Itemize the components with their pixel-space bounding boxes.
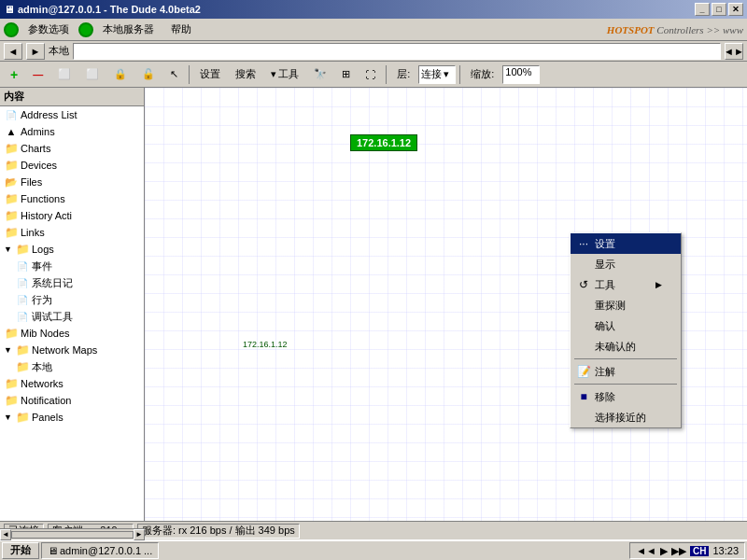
sidebar-item-links[interactable]: 📁 Links xyxy=(0,224,144,241)
add-button[interactable]: + xyxy=(4,64,24,85)
sidebar-item-shijian[interactable]: 📄 事件 xyxy=(11,258,144,274)
ctx-chongtance[interactable]: 重探测 xyxy=(571,295,681,315)
address-input[interactable] xyxy=(73,43,721,60)
sidebar-label-shijian: 事件 xyxy=(32,259,52,273)
ctx-yichu[interactable]: ■ 移除 xyxy=(571,386,681,407)
toolbar-sep3 xyxy=(459,65,460,84)
ch-badge: CH xyxy=(690,546,709,556)
sidebar-item-mib-nodes[interactable]: 📁 Mib Nodes xyxy=(0,325,144,342)
binoculars-button[interactable]: 🔭 xyxy=(307,64,333,85)
sidebar-item-notification[interactable]: 📁 Notification xyxy=(0,392,144,409)
unlock-button[interactable]: 🔓 xyxy=(135,64,162,85)
sidebar-label-links: Links xyxy=(21,227,45,238)
go-button[interactable]: ◄► xyxy=(725,43,743,60)
ctx-gongju[interactable]: ↺ 工具 xyxy=(571,274,681,295)
settings-button[interactable]: 设置 xyxy=(193,64,227,85)
sidebar-label-tiaoshi: 调试工具 xyxy=(32,310,73,324)
sidebar-item-network-maps[interactable]: ▼ 📁 Network Maps xyxy=(0,342,144,358)
zoom-input[interactable]: 100% xyxy=(502,65,540,84)
title-bar-title: admin@127.0.0.1 - The Dude 4.0beta2 xyxy=(18,4,201,15)
maximize-button[interactable]: □ xyxy=(712,3,726,16)
sidebar: 内容 📄 Address List ▲ Admins 📁 Charts 📁 De… xyxy=(0,88,145,521)
fullscreen-button[interactable]: ⛶ xyxy=(359,64,382,85)
title-bar-left: 🖥 admin@127.0.0.1 - The Dude 4.0beta2 xyxy=(4,4,201,15)
folder-icon-links: 📁 xyxy=(4,225,19,240)
sidebar-item-networks[interactable]: 📁 Networks xyxy=(0,375,144,392)
sidebar-item-xitongrizhi[interactable]: 📄 系统日记 xyxy=(11,274,144,291)
scroll-right[interactable]: ▶▶ xyxy=(671,545,686,557)
menu-bar: 参数选项 本地服务器 帮助 HOTSPOT Controllers >> www xyxy=(0,19,747,41)
menu-local-server[interactable]: 本地服务器 xyxy=(95,21,162,38)
tools-dropdown[interactable]: ▾ 工具 xyxy=(264,64,305,85)
ctx-xuanzejinjinde[interactable]: 选择接近的 xyxy=(571,407,681,427)
sidebar-item-tiaoshi[interactable]: 📄 调试工具 xyxy=(11,308,144,325)
layer-dropdown[interactable]: 连接▾ xyxy=(418,65,456,84)
sidebar-label-xitongrizhi: 系统日记 xyxy=(32,276,73,290)
ctx-zhujie[interactable]: 📝 注解 xyxy=(571,361,681,382)
network-node-main[interactable]: 172.16.1.12 xyxy=(350,134,417,151)
sidebar-item-history[interactable]: 📁 History Acti xyxy=(0,207,144,224)
sidebar-label-history: History Acti xyxy=(21,210,72,221)
ctx-queren[interactable]: 确认 xyxy=(571,315,681,336)
sidebar-item-xingwei[interactable]: 📄 行为 xyxy=(11,291,144,308)
sidebar-header: 内容 xyxy=(0,88,144,106)
yichu-icon: ■ xyxy=(576,389,591,404)
chongtance-icon xyxy=(576,298,591,313)
sidebar-label-networks: Networks xyxy=(21,378,63,389)
sidebar-label-bendi: 本地 xyxy=(32,360,52,374)
scroll-left[interactable]: ◄◄ xyxy=(636,545,656,556)
ctx-wequeren[interactable]: 未确认的 xyxy=(571,336,681,357)
sidebar-label-charts: Charts xyxy=(21,143,50,154)
folder-icon-bendi: 📁 xyxy=(15,359,30,374)
queren-icon xyxy=(576,318,591,333)
remove-button[interactable]: — xyxy=(26,64,49,85)
folder-icon-charts: 📁 xyxy=(4,141,19,156)
lock-button[interactable]: 🔒 xyxy=(107,64,134,85)
sidebar-item-admins[interactable]: ▲ Admins xyxy=(0,123,144,140)
sidebar-label-network-maps: Network Maps xyxy=(32,344,97,356)
sidebar-item-panels[interactable]: ▼ 📁 Panels xyxy=(0,409,144,426)
sidebar-item-address-list[interactable]: 📄 Address List xyxy=(0,106,144,123)
start-button[interactable]: 开始 xyxy=(2,542,39,559)
sidebar-label-address-list: Address List xyxy=(21,109,78,120)
play-btn[interactable]: ▶ xyxy=(660,545,668,557)
search-button[interactable]: 搜索 xyxy=(229,64,262,85)
minimize-button[interactable]: _ xyxy=(695,3,710,16)
address-bar: ◄ ► 本地 ◄► xyxy=(0,41,747,62)
task-label: admin@127.0.0.1 ... xyxy=(60,545,152,556)
forward-button[interactable]: ► xyxy=(26,43,45,60)
folder-icon-networks2: 📁 xyxy=(4,376,19,391)
context-menu: ··· 设置 显示 ↺ 工具 重探测 确认 未确认的 xyxy=(570,232,682,428)
folder-icon-history: 📁 xyxy=(4,208,19,223)
sidebar-label-admins: Admins xyxy=(21,126,55,137)
menu-params[interactable]: 参数选项 xyxy=(21,21,77,38)
xuanze-icon xyxy=(576,410,591,425)
sidebar-item-bendi[interactable]: 📁 本地 xyxy=(11,358,144,375)
sidebar-label-mib-nodes: Mib Nodes xyxy=(21,328,70,339)
doc-icon-xingwei: 📄 xyxy=(15,292,30,307)
copy-button[interactable]: ⬜ xyxy=(51,64,78,85)
sidebar-label-panels: Panels xyxy=(32,412,63,423)
sidebar-item-functions[interactable]: 📁 Functions xyxy=(0,190,144,207)
server-info: 服务器: rx 216 bps / 输出 349 bps xyxy=(137,524,300,539)
sidebar-item-files[interactable]: 📂 Files xyxy=(0,174,144,190)
ctx-shezhi[interactable]: ··· 设置 xyxy=(571,233,681,254)
taskbar-right: ◄◄ ▶ ▶▶ CH 13:23 xyxy=(629,542,745,559)
grid-button[interactable]: ⊞ xyxy=(335,64,357,85)
folder-icon-files: 📂 xyxy=(4,175,19,189)
pointer-button[interactable]: ↖ xyxy=(163,64,185,85)
back-button[interactable]: ◄ xyxy=(4,43,22,60)
expand-icon-networks: ▼ xyxy=(4,345,13,355)
sidebar-item-charts[interactable]: 📁 Charts xyxy=(0,140,144,157)
menu-help[interactable]: 帮助 xyxy=(163,21,199,38)
paste-button[interactable]: ⬜ xyxy=(79,64,106,85)
folder-icon-functions: 📁 xyxy=(4,191,19,206)
ctx-xianshi[interactable]: 显示 xyxy=(571,254,681,274)
sidebar-item-logs[interactable]: ▼ 📁 Logs xyxy=(0,241,144,258)
sidebar-item-devices[interactable]: 📁 Devices xyxy=(0,157,144,174)
triangle-icon: ▲ xyxy=(4,124,19,139)
xianshi-icon xyxy=(576,257,591,272)
close-button[interactable]: ✕ xyxy=(728,3,743,16)
task-admin[interactable]: 🖥 admin@127.0.0.1 ... xyxy=(41,542,159,559)
network-node-small: 172.16.1.12 xyxy=(243,340,288,349)
